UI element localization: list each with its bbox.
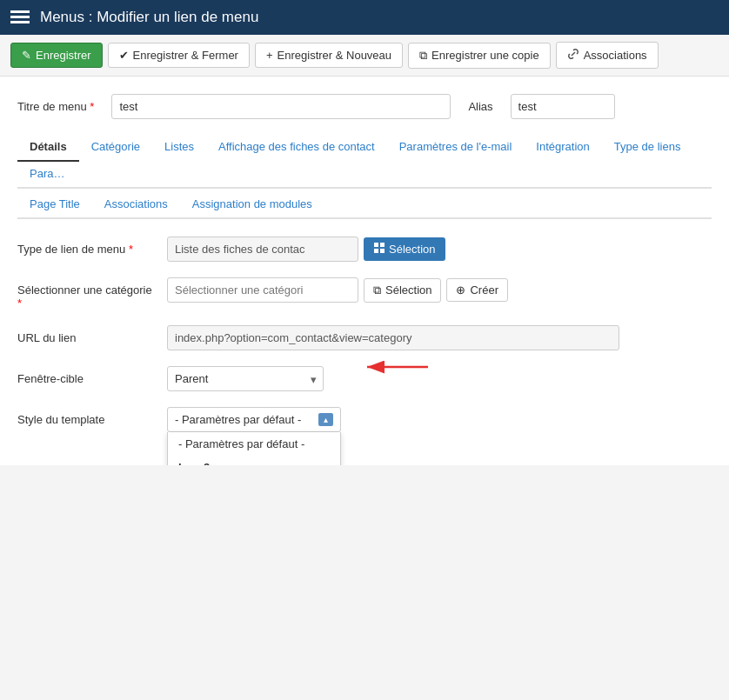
tab-integration[interactable]: Intégration xyxy=(524,133,601,162)
svg-rect-2 xyxy=(10,21,30,23)
copy-icon-sm: ⧉ xyxy=(373,283,381,297)
content-area: Titre de menu * Alias Détails Catégorie … xyxy=(0,77,729,465)
alias-input[interactable] xyxy=(511,94,615,119)
tab-assignation[interactable]: Assignation de modules xyxy=(180,190,324,219)
tab-details[interactable]: Détails xyxy=(17,133,79,162)
svg-rect-0 xyxy=(10,10,30,13)
svg-rect-5 xyxy=(374,249,378,253)
tab-page-title[interactable]: Page Title xyxy=(17,190,92,219)
style-template-value: - Paramètres par défaut - xyxy=(175,413,301,426)
type-lien-selection-button[interactable]: Sélection xyxy=(364,237,445,261)
style-template-content: - Paramètres par défaut - ▴ - Paramètres… xyxy=(167,407,712,432)
tabs-row-2: Page Title Associations Assignation de m… xyxy=(17,190,712,219)
plus-circle-icon: ⊕ xyxy=(456,283,465,297)
categorie-input[interactable] xyxy=(167,277,358,303)
arrow-annotation xyxy=(350,354,437,380)
menu-icon xyxy=(10,10,30,24)
categorie-row: Sélectionner une catégorie * ⧉ Sélection… xyxy=(17,277,712,310)
tab-para[interactable]: Para… xyxy=(17,160,77,189)
categorie-creer-button[interactable]: ⊕ Créer xyxy=(446,278,508,302)
page-title: Menus : Modifier un lien de menu xyxy=(40,9,258,26)
tab-type-liens[interactable]: Type de liens xyxy=(602,133,693,162)
fenetre-label: Fenêtre-cible xyxy=(17,366,157,385)
plus-icon: + xyxy=(266,49,273,62)
url-label: URL du lien xyxy=(17,325,157,344)
save-copy-button[interactable]: ⧉ Enregistrer une copie xyxy=(408,43,551,69)
url-input xyxy=(167,325,619,350)
top-bar: Menus : Modifier un lien de menu xyxy=(0,0,729,35)
associations-button[interactable]: Associations xyxy=(556,42,659,69)
tab-fiches[interactable]: Affichage des fiches de contact xyxy=(206,133,387,162)
categorie-label: Sélectionner une catégorie * xyxy=(17,277,157,310)
annotation-arrow-icon xyxy=(350,354,437,380)
fenetre-select-wrapper: Parent _blank _self _top xyxy=(167,366,324,391)
titre-input[interactable] xyxy=(111,94,451,119)
edit-icon: ✎ xyxy=(22,49,31,62)
toolbar: ✎ Enregistrer ✔ Enregistrer & Fermer + E… xyxy=(0,35,729,77)
dropdown-item-default[interactable]: - Paramètres par défaut - xyxy=(168,432,340,456)
tab-categorie[interactable]: Catégorie xyxy=(79,133,152,162)
url-row: URL du lien xyxy=(17,325,712,350)
fenetre-select[interactable]: Parent _blank _self _top xyxy=(167,366,324,391)
dropdown-arrow-icon: ▴ xyxy=(318,413,333,426)
tab-listes[interactable]: Listes xyxy=(152,133,206,162)
categorie-content: ⧉ Sélection ⊕ Créer xyxy=(167,277,712,303)
tabs-row-1: Détails Catégorie Listes Affichage des f… xyxy=(17,133,712,189)
categorie-selection-button[interactable]: ⧉ Sélection xyxy=(364,278,441,303)
style-template-menu: - Paramètres par défaut - beez3 Beez3 - … xyxy=(167,432,341,465)
svg-rect-1 xyxy=(10,16,30,18)
save-button[interactable]: ✎ Enregistrer xyxy=(10,43,103,68)
svg-rect-6 xyxy=(380,249,385,253)
form-title-row: Titre de menu * Alias xyxy=(17,94,712,119)
titre-label: Titre de menu * xyxy=(17,100,94,113)
dropdown-group-beez3: beez3 xyxy=(168,456,340,465)
url-content xyxy=(167,325,712,350)
link-icon xyxy=(567,48,579,63)
fenetre-content: Parent _blank _self _top xyxy=(167,366,712,391)
style-template-dropdown[interactable]: - Paramètres par défaut - ▴ - Paramètres… xyxy=(167,407,341,432)
type-lien-input xyxy=(167,237,358,262)
type-lien-content: Sélection xyxy=(167,237,712,262)
check-icon: ✔ xyxy=(119,49,129,62)
type-lien-label: Type de lien de menu * xyxy=(17,237,157,256)
type-lien-row: Type de lien de menu * Sélection xyxy=(17,237,712,262)
save-new-button[interactable]: + Enregistrer & Nouveau xyxy=(255,43,403,68)
style-template-toggle[interactable]: - Paramètres par défaut - ▴ xyxy=(167,407,341,432)
style-template-row: Style du template - Paramètres par défau… xyxy=(17,407,712,432)
save-close-button[interactable]: ✔ Enregistrer & Fermer xyxy=(108,43,250,68)
svg-rect-3 xyxy=(374,243,378,247)
grid-icon xyxy=(374,243,385,256)
style-template-label: Style du template xyxy=(17,407,157,426)
tab-email[interactable]: Paramètres de l'e-mail xyxy=(387,133,525,162)
alias-label: Alias xyxy=(468,100,492,113)
tab-associations[interactable]: Associations xyxy=(92,190,180,219)
copy-icon: ⧉ xyxy=(419,49,427,63)
form-section: Type de lien de menu * Sélection xyxy=(17,237,712,432)
svg-rect-4 xyxy=(380,243,385,247)
